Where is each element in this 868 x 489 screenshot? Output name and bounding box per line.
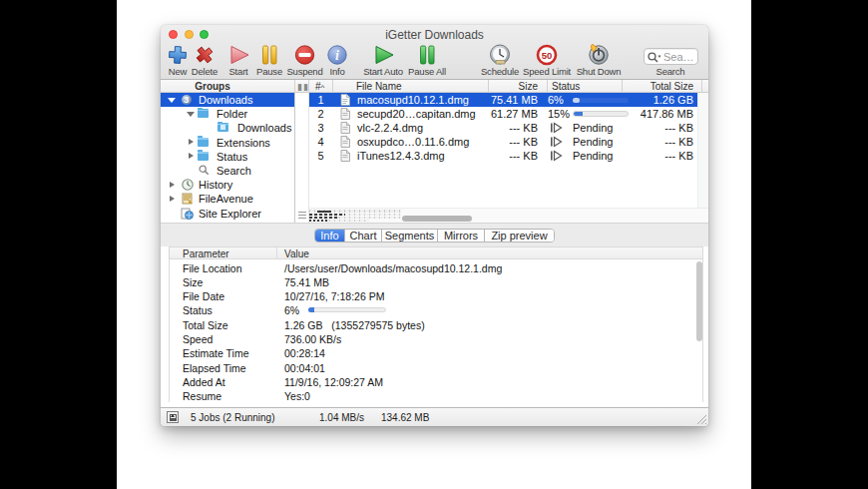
- svg-text:i: i: [335, 48, 339, 63]
- svg-text:50: 50: [542, 50, 553, 61]
